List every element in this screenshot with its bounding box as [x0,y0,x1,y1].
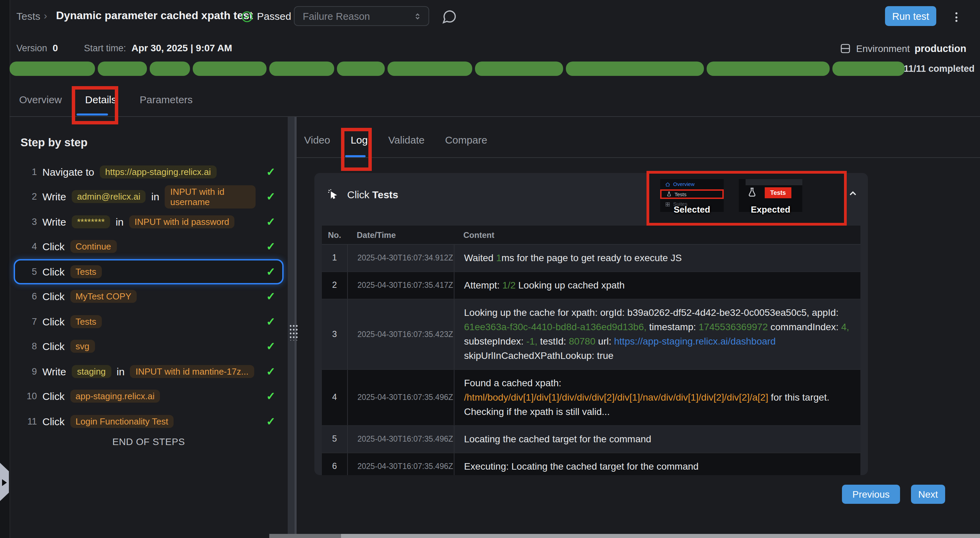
step-success-check-icon: ✓ [266,190,275,204]
step-number: 5 [25,267,37,277]
select-chevrons-icon [413,11,422,21]
step-action: Click [42,241,65,253]
environment-icon [839,42,851,55]
step-row[interactable]: 10Clickapp-staging.relicx.ai✓ [14,384,283,409]
step-row[interactable]: 2Writeadmin@relicx.aiinINPUT with id use… [14,184,283,209]
step-row[interactable]: 7ClickTests✓ [14,309,283,334]
step-row[interactable]: 9WritestaginginINPUT with id mantine-17z… [14,359,283,384]
tab-compare[interactable]: Compare [445,134,487,146]
log-row: 52025-04-30T16:07:35.496ZLocating the ca… [322,426,861,453]
log-row: 32025-04-30T16:07:35.423ZLooking up the … [322,299,861,370]
environment-value: production [915,43,966,54]
step-target-badge: INPUT with id password [129,215,235,228]
click-cursor-icon [327,188,339,200]
steps-heading: Step by step [21,136,88,149]
page-title: Dynamic parameter cached xpath test [56,10,253,22]
horizontal-scrollbar-track[interactable] [269,534,341,538]
step-row[interactable]: 6ClickMyTest COPY✓ [14,284,283,309]
tab-validate[interactable]: Validate [388,134,425,146]
step-action: Click [42,415,65,427]
step-number: 7 [25,317,37,327]
step-success-check-icon: ✓ [266,315,275,328]
step-success-check-icon: ✓ [266,240,275,253]
step-action: Write [42,366,66,377]
step-target-badge: Login Functionality Test [70,415,173,428]
progress-segment [566,62,703,76]
step-success-check-icon: ✓ [266,340,275,353]
step-action: Click [42,341,65,352]
horizontal-scrollbar-thumb[interactable] [341,534,980,538]
tab-parameters[interactable]: Parameters [140,94,193,105]
progress-segment [10,62,95,76]
previous-button[interactable]: Previous [842,485,900,504]
log-row: 62025-04-30T16:07:35.496ZExecuting: Loca… [322,453,861,475]
meta-right: Environment production [839,42,966,55]
failure-reason-select[interactable]: Failure Reason [294,6,429,26]
passed-check-icon [240,10,253,23]
col-content: Content [454,230,861,240]
tab-video[interactable]: Video [304,134,330,146]
log-table: No. Date/Time Content 12025-04-30T16:07:… [322,226,861,475]
step-row[interactable]: 11ClickLogin Functionality Test✓ [14,409,283,434]
expected-thumbnail: Tests Expected [739,179,802,212]
step-number: 10 [25,392,37,402]
step-target-badge: Continue [70,240,116,253]
step-row[interactable]: 1Navigate tohttps://app-staging.relicx.a… [14,159,283,184]
breadcrumb[interactable]: Tests [16,10,40,22]
step-success-check-icon: ✓ [266,265,275,278]
flask-icon [747,187,757,197]
step-target-badge: INPUT with id mantine-17z... [130,365,254,378]
flask-icon [666,191,672,197]
end-of-steps-label: END OF STEPS [10,436,288,447]
step-value-badge: ******** [72,215,110,228]
progress-segment [193,62,267,76]
comment-icon[interactable] [441,9,457,25]
step-action: Write [42,216,66,228]
col-datetime: Date/Time [347,230,454,240]
version-value: 0 [52,42,58,53]
progress-segment [833,62,905,76]
mini-nav-tests: Tests [675,191,686,197]
step-row[interactable]: 3Write********inINPUT with id password✓ [14,209,283,234]
steps-panel: Step by step 1Navigate tohttps://app-sta… [10,117,288,538]
log-table-body: 12025-04-30T16:07:34.912ZWaited 1ms for … [322,245,861,475]
version-label: Version [16,43,47,53]
environment-label: Environment [856,43,910,54]
run-test-button[interactable]: Run test [885,6,936,26]
step-target-badge: MyTest COPY [70,290,137,303]
progress-segment [388,62,473,76]
annotation-box-thumbnails: Overview Tests Suites Selected Tests Exp… [646,171,847,226]
progress-segment [475,62,563,76]
step-value-badge: https://app-staging.relicx.ai [100,166,216,178]
expected-highlight: Tests [765,187,791,198]
step-row[interactable]: 8Clicksvg✓ [14,334,283,359]
step-number: 9 [25,366,37,377]
step-action: in [116,216,123,228]
step-row[interactable]: 5ClickTests✓ [14,259,283,284]
collapse-chevron-icon[interactable] [848,188,858,199]
step-row[interactable]: 4ClickContinue✓ [14,234,283,259]
home-icon [665,181,670,187]
splitter-grip-icon[interactable] [289,324,298,341]
breadcrumb-separator: › [44,10,47,21]
step-number: 8 [25,341,37,352]
next-button[interactable]: Next [911,485,945,504]
progress-bar [10,62,905,76]
step-target-badge: app-staging.relicx.ai [70,390,160,403]
step-number: 4 [25,242,37,252]
tab-overview[interactable]: Overview [19,94,62,105]
progress-segment [97,62,146,76]
step-target-badge: Tests [70,315,102,328]
log-table-header: No. Date/Time Content [322,226,861,245]
app-window: Tests › Dynamic parameter cached xpath t… [0,0,980,538]
log-action: Click [347,188,369,200]
step-value-badge: staging [72,365,111,378]
more-options-icon[interactable] [953,10,959,25]
step-list: 1Navigate tohttps://app-staging.relicx.a… [14,159,283,434]
step-action: Navigate to [42,166,94,178]
progress-label: 11/11 completed [904,64,975,74]
log-step-title: Click Tests [327,188,398,200]
failure-reason-placeholder: Failure Reason [303,11,370,22]
step-number: 1 [25,167,37,177]
annotation-box-log-tab [341,128,372,171]
